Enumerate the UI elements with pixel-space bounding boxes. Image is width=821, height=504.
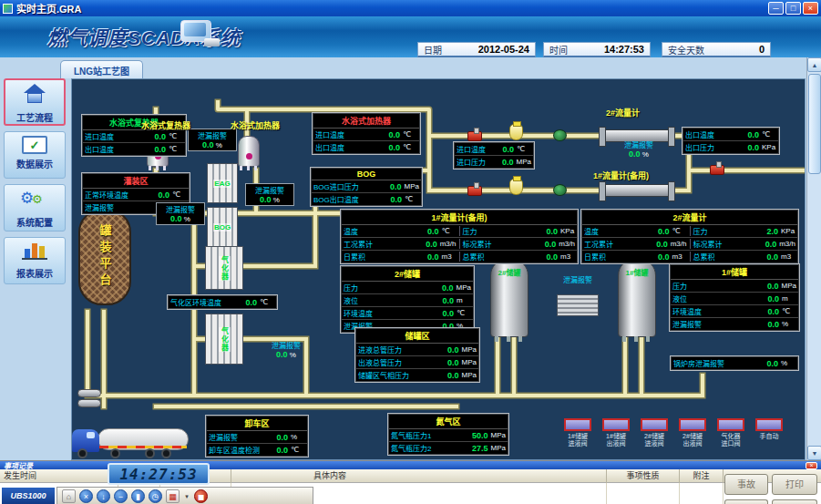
tab-lng-process[interactable]: LNG站工艺图: [60, 60, 143, 78]
field-value: 0.0: [760, 240, 776, 249]
regulator-icon: [553, 129, 567, 141]
field-label: 出液总管压力: [358, 357, 443, 367]
leak-alarm-text: 泄漏报警: [248, 185, 292, 195]
safety-days-value: 0: [712, 44, 765, 55]
leak-alarm-text: 泄漏报警: [610, 139, 668, 149]
field-label: 泄漏报警: [209, 432, 272, 442]
field-unit: m: [782, 294, 796, 303]
sidebar-item-system-config[interactable]: ⚙⚙ 系统配置: [4, 184, 66, 231]
field-unit: ℃: [405, 195, 419, 203]
time-box: 时间 14:27:53: [543, 42, 651, 57]
eag-unit: EAG: [207, 163, 238, 203]
field-label: 出口温度: [315, 142, 384, 152]
cutoff-button[interactable]: [724, 499, 768, 504]
valve-control-button[interactable]: [679, 418, 706, 431]
filter-icon: [509, 179, 523, 195]
log-column-header: 附注: [680, 469, 724, 483]
field-label: 锅炉房泄漏报警: [673, 358, 762, 368]
dropdown-arrow-icon[interactable]: ▾: [183, 489, 190, 503]
panel-title: BOG: [312, 169, 421, 180]
field-label: 正常环境温度: [85, 190, 153, 200]
field-value: 0.0: [763, 307, 779, 316]
minimize-button[interactable]: ─: [768, 2, 784, 15]
valve-control-button[interactable]: [602, 418, 630, 431]
valve-control-button[interactable]: [641, 418, 668, 431]
flow-meter-1-symbol: [604, 184, 670, 197]
valve-control-button[interactable]: [564, 418, 591, 431]
panel-row: 压力0.0MPa: [671, 280, 798, 292]
field-unit: %: [782, 320, 796, 328]
panel-row: 氮气瓶压力150.0MPa: [389, 429, 508, 441]
field-label: 进口压力: [457, 157, 498, 167]
field-value: 0.0: [437, 309, 454, 318]
down-arrow-icon[interactable]: ↓: [97, 489, 110, 503]
scroll-down-arrow[interactable]: ▼: [807, 446, 821, 460]
valve-button-bar: 1#储罐进液阀1#储罐出液阀2#储罐进液阀2#储罐出液阀气化器进口阀手自动: [562, 418, 806, 447]
field-value: 0.0: [384, 143, 400, 152]
field-label: 卸车区温度检测: [209, 445, 272, 455]
sidebar-item-report-display[interactable]: 报表展示: [4, 237, 66, 284]
clock-icon[interactable]: ◷: [149, 489, 162, 503]
vertical-scrollbar[interactable]: ▲ ▼: [806, 57, 821, 460]
field-label: 工况累计: [584, 239, 652, 249]
leak-alarm-value: 0.0 %: [260, 350, 313, 359]
field-value: 0.0: [653, 227, 670, 236]
presentation-icon: ✓: [22, 136, 47, 154]
storage-tank-1: 1#储罐: [618, 259, 656, 337]
panel-unloading-area: 卸车区泄漏报警0.0%卸车区温度检测0.0℃: [205, 415, 309, 458]
leak-alarm-text: 泄漏报警: [549, 274, 606, 284]
field-unit: MPa: [517, 158, 531, 166]
event-log-close-icon[interactable]: ×: [806, 462, 817, 469]
field-label: 液位: [344, 295, 437, 305]
field-label: 日累积: [584, 252, 653, 262]
leak-alarm-display: 泄漏报警0.0 %: [260, 340, 313, 359]
valve-control-button[interactable]: [755, 418, 783, 431]
sidebar-item-process-flow[interactable]: 工艺流程: [4, 78, 66, 126]
scrollbar-thumb[interactable]: [808, 74, 821, 174]
field-unit: ℃: [442, 227, 457, 235]
field-value: 0.0: [652, 240, 668, 249]
safety-days-label: 安全天数: [668, 43, 704, 57]
panel-water-bath-heater: 水浴式加热器进口温度0.0℃出口温度0.0℃: [312, 112, 421, 155]
panel-boiler-leak: 锅炉房泄漏报警0.0%: [670, 355, 799, 371]
panel-row: 进口压力0.0MPa: [455, 155, 533, 168]
field-value: 0.0: [149, 145, 166, 154]
field-value: 0.0: [385, 195, 402, 204]
log-column-header: 发生时间: [0, 469, 118, 483]
field-value: 0.0: [541, 252, 558, 262]
accident-button[interactable]: 事故: [724, 474, 768, 495]
stop-icon[interactable]: ◼: [194, 489, 208, 503]
home-icon[interactable]: ⌂: [62, 489, 76, 503]
field-unit: ℃: [291, 446, 305, 454]
leak-detector-manifold: [557, 294, 599, 316]
print-button[interactable]: 打印: [772, 474, 817, 495]
field-label: 温度: [584, 226, 653, 236]
field-unit: MPa: [462, 345, 477, 354]
pause-icon[interactable]: ▮: [131, 489, 145, 503]
sidebar-item-data-display[interactable]: ✓ 数据展示: [4, 131, 66, 179]
field-unit: MPa: [491, 444, 506, 452]
label-flow-meter-2: 2#流量计: [606, 107, 640, 118]
scroll-up-arrow[interactable]: ▲: [807, 57, 821, 72]
leak-alarm-value: 0.0 %: [248, 195, 292, 204]
calendar-icon[interactable]: ▦: [166, 489, 180, 503]
close-button[interactable]: ×: [803, 2, 818, 15]
cutoff-button[interactable]: [772, 499, 817, 504]
minus-icon[interactable]: −: [114, 489, 128, 503]
field-label: 泄漏报警: [85, 202, 153, 212]
date-label: 日期: [424, 43, 442, 57]
maximize-button[interactable]: □: [785, 2, 801, 15]
field-value: 0.0: [385, 182, 402, 191]
field-value: 0.0: [423, 227, 439, 236]
field-label: 氮气瓶压力2: [391, 443, 472, 453]
valve-control-button[interactable]: [717, 418, 744, 431]
panel-row: 储罐区气相压力0.0MPa: [356, 368, 478, 381]
leak-alarm-text: 泄漏报警: [260, 340, 313, 350]
panel-row: 进口温度0.0℃: [83, 130, 185, 142]
panel-title: 灌装区: [83, 174, 189, 189]
close-circle-icon[interactable]: ×: [79, 489, 93, 503]
filling-platform: 罐装平台: [78, 209, 131, 305]
filter-icon: [509, 124, 523, 140]
field-unit: ℃: [172, 190, 187, 199]
field-label: 气化区环境温度: [170, 297, 241, 307]
